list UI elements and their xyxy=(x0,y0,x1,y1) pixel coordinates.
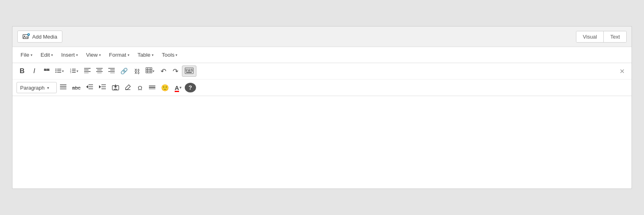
menu-edit-arrow: ▾ xyxy=(51,53,53,57)
font-color-arrow: ▾ xyxy=(180,86,182,90)
menu-format-arrow: ▾ xyxy=(128,53,130,57)
insert-link-button[interactable]: 🔗 xyxy=(118,66,130,77)
justify-button[interactable] xyxy=(58,82,69,93)
menu-insert-arrow: ▾ xyxy=(76,53,78,57)
tab-visual[interactable]: Visual xyxy=(576,31,604,42)
bold-button[interactable]: B xyxy=(17,66,28,77)
menu-edit[interactable]: Edit ▾ xyxy=(37,50,56,59)
menu-view-arrow: ▾ xyxy=(99,53,101,57)
ordered-list-button[interactable]: 123 ▾ xyxy=(67,66,81,77)
toolbar-row-1: B I ❝❝ ▾ 123 ▾ xyxy=(12,63,632,80)
outdent-button[interactable] xyxy=(84,82,96,93)
tab-text[interactable]: Text xyxy=(604,31,626,42)
ul-arrow: ▾ xyxy=(62,69,64,73)
ol-arrow: ▾ xyxy=(76,69,78,73)
svg-rect-40 xyxy=(188,70,191,72)
menu-table[interactable]: Table ▾ xyxy=(134,50,157,59)
indent-button[interactable] xyxy=(97,82,109,93)
menu-tools-arrow: ▾ xyxy=(175,53,178,57)
blockquote-button[interactable]: ❝❝ xyxy=(41,66,52,77)
menu-file[interactable]: File ▾ xyxy=(17,50,36,59)
align-center-button[interactable] xyxy=(94,66,105,77)
toolbar-row-2: Paragraph ▾ abc xyxy=(12,80,632,96)
menu-bar: File ▾ Edit ▾ Insert ▾ View ▾ Format ▾ T… xyxy=(12,47,632,63)
expand-button[interactable]: ✕ xyxy=(616,66,627,77)
add-media-label: Add Media xyxy=(32,34,57,40)
svg-rect-37 xyxy=(189,69,190,70)
menu-table-arrow: ▾ xyxy=(152,53,154,57)
svg-rect-35 xyxy=(186,69,187,70)
svg-point-10 xyxy=(56,72,57,73)
svg-rect-42 xyxy=(186,72,192,73)
svg-rect-36 xyxy=(188,69,189,70)
undo-button[interactable]: ↶ xyxy=(158,66,169,77)
content-area[interactable] xyxy=(12,96,632,188)
hr-button[interactable] xyxy=(147,82,158,93)
help-button[interactable]: ? xyxy=(185,83,196,92)
svg-point-8 xyxy=(56,68,57,70)
toolbar-wrapper: B I ❝❝ ▾ 123 ▾ xyxy=(12,63,632,96)
unordered-list-button[interactable]: ▾ xyxy=(53,66,66,77)
svg-marker-50 xyxy=(86,85,88,88)
tab-group: Visual Text xyxy=(576,31,627,43)
special-chars-button[interactable]: Ω xyxy=(134,82,146,93)
emoji-button[interactable]: 🙂 xyxy=(159,82,171,93)
paragraph-select-arrow: ▾ xyxy=(47,86,49,90)
svg-marker-54 xyxy=(99,85,101,88)
editor-container: Add Media Visual Text File ▾ Edit ▾ Inse… xyxy=(12,26,632,189)
align-left-button[interactable] xyxy=(82,66,93,77)
svg-marker-59 xyxy=(126,85,130,90)
font-color-button[interactable]: A ▾ xyxy=(172,82,184,93)
svg-text:3: 3 xyxy=(70,71,71,74)
table-button[interactable]: ▾ xyxy=(143,66,157,77)
menu-insert[interactable]: Insert ▾ xyxy=(58,50,81,59)
table-arrow: ▾ xyxy=(153,69,155,73)
paragraph-select[interactable]: Paragraph ▾ xyxy=(17,82,57,93)
svg-rect-29 xyxy=(146,68,152,73)
eraser-button[interactable] xyxy=(122,82,134,93)
menu-format[interactable]: Format ▾ xyxy=(106,50,133,59)
add-media-button[interactable]: Add Media xyxy=(17,31,62,43)
italic-button[interactable]: I xyxy=(29,66,40,77)
add-media-icon xyxy=(23,33,30,40)
menu-file-arrow: ▾ xyxy=(31,53,33,57)
keyboard-button[interactable] xyxy=(182,66,196,77)
svg-rect-41 xyxy=(191,70,193,72)
svg-rect-38 xyxy=(191,69,193,70)
svg-point-9 xyxy=(56,70,57,71)
top-bar: Add Media Visual Text xyxy=(12,27,632,47)
menu-view[interactable]: View ▾ xyxy=(83,50,104,59)
insert-button[interactable] xyxy=(109,82,122,93)
strikethrough-button[interactable]: abc xyxy=(70,82,83,93)
redo-button[interactable]: ↷ xyxy=(170,66,181,77)
menu-tools[interactable]: Tools ▾ xyxy=(159,50,181,59)
svg-rect-39 xyxy=(186,70,187,72)
remove-link-button[interactable]: ⛓ xyxy=(131,66,142,77)
align-right-button[interactable] xyxy=(106,66,117,77)
